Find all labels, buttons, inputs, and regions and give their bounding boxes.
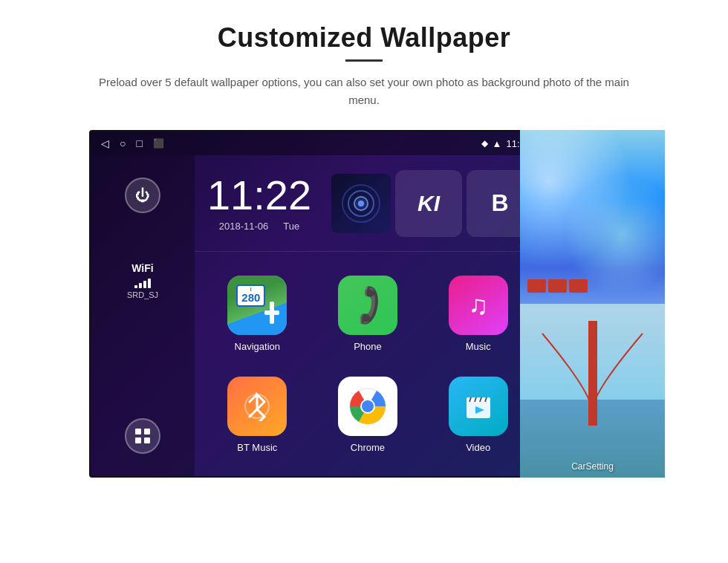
sidebar: ⏻ WiFi SRD_SJ <box>91 155 195 476</box>
wifi-bar-2 <box>139 283 142 288</box>
nav-badge: I 280 <box>236 284 265 307</box>
wifi-bar-3 <box>143 281 146 288</box>
video-icon <box>449 377 508 436</box>
location-icon: ◆ <box>481 138 488 149</box>
music-note-icon: ♫ <box>468 290 488 321</box>
b-label: B <box>491 189 508 217</box>
bridge-cables-svg <box>520 304 665 478</box>
nav-road-horizontal <box>264 310 279 315</box>
status-bar: ◁ ○ □ ⬛ ◆ ▲ 11:22 <box>91 131 541 155</box>
filmstrip <box>527 279 588 293</box>
top-row: 11:22 2018-11-06 Tue <box>195 155 541 252</box>
music-icon: ♫ <box>449 276 508 335</box>
app-btmusic[interactable]: BT Music <box>202 364 313 465</box>
svg-rect-3 <box>144 437 150 443</box>
back-icon[interactable]: ◁ <box>101 137 109 149</box>
app-chrome[interactable]: Chrome <box>313 364 423 465</box>
status-bar-left: ◁ ○ □ ⬛ <box>101 137 164 149</box>
signal-widget <box>331 174 391 233</box>
ki-widget: KI <box>395 170 462 237</box>
clock-day-value: Tue <box>283 221 299 232</box>
widget-area: KI B <box>324 155 541 251</box>
navigation-label: Navigation <box>235 341 280 352</box>
wifi-label: WiFi <box>127 262 158 274</box>
wifi-bars <box>127 276 158 288</box>
svg-rect-0 <box>135 429 141 435</box>
wallpaper-bridge[interactable]: CarSetting <box>520 304 665 478</box>
clock-date: 2018-11-06 Tue <box>219 221 299 232</box>
svg-point-8 <box>362 400 374 412</box>
btmusic-icon <box>227 377 287 436</box>
nav-road <box>264 302 279 324</box>
main-content: ⏻ WiFi SRD_SJ <box>91 155 541 476</box>
phone-handset-icon: 📞 <box>344 282 391 328</box>
power-button[interactable]: ⏻ <box>125 178 160 213</box>
wallpaper-previews: CarSetting <box>520 130 665 478</box>
device-container: ◁ ○ □ ⬛ ◆ ▲ 11:22 ⏻ Wi <box>63 130 665 494</box>
wifi-bar-4 <box>148 279 151 288</box>
signal-rings <box>342 184 380 223</box>
film-frame-2 <box>548 279 567 293</box>
home-icon[interactable]: ○ <box>120 137 126 149</box>
app-video[interactable]: Video <box>423 364 533 465</box>
app-grid: I 280 Navigation <box>195 252 541 476</box>
carsetting-label: CarSetting <box>520 461 665 472</box>
wallpaper-ice[interactable] <box>520 130 665 304</box>
page-wrapper: Customized Wallpaper Preload over 5 defa… <box>0 0 728 563</box>
sidebar-top: ⏻ WiFi SRD_SJ <box>125 178 160 299</box>
clock-date-value: 2018-11-06 <box>219 221 269 232</box>
bluetooth-icon <box>242 391 272 421</box>
clock-widget: 11:22 2018-11-06 Tue <box>195 155 324 251</box>
signal-center-dot <box>358 201 364 206</box>
film-frame-3 <box>569 279 588 293</box>
title-divider <box>345 59 383 62</box>
ice-texture <box>520 130 665 304</box>
chrome-icon <box>338 377 397 436</box>
signal-icon: ▲ <box>493 138 502 149</box>
center-content: 11:22 2018-11-06 Tue <box>195 155 541 476</box>
svg-rect-1 <box>144 429 150 435</box>
page-title: Customized Wallpaper <box>218 22 511 53</box>
phone-label: Phone <box>354 341 382 352</box>
clapperboard-icon <box>462 390 495 423</box>
phone-icon: 📞 <box>338 276 397 335</box>
music-label: Music <box>466 341 491 352</box>
svg-rect-2 <box>135 437 141 443</box>
clock-time: 11:22 <box>207 175 311 216</box>
app-phone[interactable]: 📞 Phone <box>313 263 423 364</box>
recents-icon[interactable]: □ <box>136 137 142 149</box>
btmusic-label: BT Music <box>237 442 277 453</box>
wifi-ssid: SRD_SJ <box>127 290 158 299</box>
chrome-logo <box>348 387 387 426</box>
android-screen: ◁ ○ □ ⬛ ◆ ▲ 11:22 ⏻ Wi <box>89 130 542 478</box>
film-frame-1 <box>527 279 546 293</box>
apps-button[interactable] <box>125 418 160 454</box>
app-music[interactable]: ♫ Music <box>423 263 533 364</box>
wifi-bar-1 <box>134 285 137 288</box>
camera-icon[interactable]: ⬛ <box>153 138 164 149</box>
ki-label: KI <box>417 191 440 216</box>
page-subtitle: Preload over 5 default wallpaper options… <box>97 74 631 109</box>
navigation-icon: I 280 <box>227 276 287 335</box>
nav-route-number: 280 <box>241 292 260 305</box>
chrome-label: Chrome <box>351 442 385 453</box>
bridge-scene <box>520 304 665 478</box>
app-navigation[interactable]: I 280 Navigation <box>202 263 313 364</box>
wifi-info: WiFi SRD_SJ <box>127 262 158 299</box>
video-label: Video <box>466 442 490 453</box>
